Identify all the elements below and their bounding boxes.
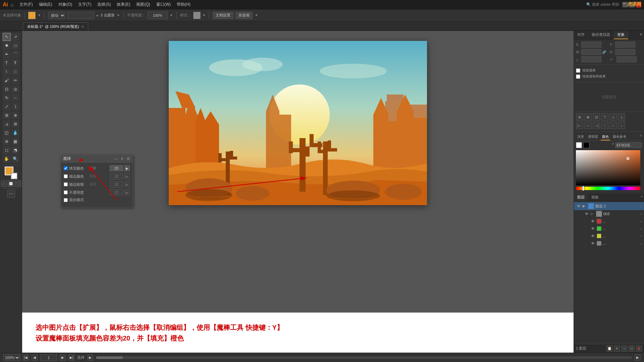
black-swatch[interactable] [583,142,589,148]
document-tab[interactable]: 未标题-1* @ 100% (RGB/预览) ✕ [23,22,88,31]
blend-tool[interactable]: ⊛ [3,137,11,145]
screen-mode-btn[interactable]: ⬜ [8,181,14,187]
x-input[interactable] [581,42,601,48]
rect-tool[interactable]: □ [11,68,19,76]
move-to-new-layer-btn[interactable]: → [621,346,627,352]
normal-mode-btn[interactable]: □ [1,181,7,187]
layer-lock-yellow[interactable]: ○ [640,234,642,238]
align-left-btn[interactable]: ⊟ [576,113,583,121]
page-input[interactable] [40,354,57,361]
scale-strokes-checkbox[interactable] [576,68,580,73]
play-btn[interactable]: ▶ [87,355,93,361]
layer-lock-003[interactable]: ○ [640,212,642,216]
shaper-tool[interactable]: ⊡ [3,85,11,93]
gradient-tool[interactable]: ◫ [3,129,11,137]
tab-artboards[interactable]: 画板 [588,193,602,201]
layer-vis-gray[interactable]: 👁 [590,241,595,246]
menu-view[interactable]: 视图(Q) [133,1,153,8]
curvature-tool[interactable]: ⌒ [11,50,19,58]
opacity-dropdown-arrow[interactable]: ▼ [170,13,173,17]
tolerance-input[interactable] [110,165,123,171]
direct-select-tool[interactable]: ↗ [11,33,19,41]
layer-item-yellow[interactable]: 👁 ... ○ [574,232,644,240]
panel-menu-btn[interactable]: ☰ [126,157,130,161]
tab-transform[interactable]: 变换 [614,31,628,39]
align-bottom-btn[interactable]: ⊥ [618,113,625,121]
align-center-v-btn[interactable]: ⊥ [609,113,617,121]
tab-layers[interactable]: 图层 [574,193,588,201]
stroke-color-checkbox[interactable] [64,174,68,178]
warp-tool[interactable]: ⤵ [11,103,19,111]
scroll-right-btn[interactable]: ▶ [635,355,641,361]
layer-item-003[interactable]: 👁 ▷ 003 ○ [574,210,644,218]
align-right-btn[interactable]: ⊡ [593,113,600,121]
tab-color-ref[interactable]: 颜色参考 [611,134,628,140]
layer-expand-003[interactable]: ▷ [591,212,595,216]
menu-type[interactable]: 文字(T) [75,1,94,8]
hand-tool[interactable]: ✋ [3,155,11,163]
stroke-control[interactable]: ▼ [38,13,41,17]
tab-close-btn[interactable]: ✕ [81,25,84,28]
menu-help[interactable]: 帮助(H) [174,1,193,8]
menu-edit[interactable]: 编辑(E) [36,1,55,8]
eyedropper-tool[interactable]: 💧 [11,129,19,137]
fill-color-checkbox[interactable] [64,166,68,170]
mesh-tool[interactable]: ⊞ [11,120,19,128]
angle-input[interactable] [581,56,601,62]
nav-next-btn[interactable]: ▶ [60,355,66,361]
opacity-checkbox[interactable] [64,190,68,194]
background-swatch[interactable] [11,173,17,179]
zoom-select[interactable]: 100% 50% 200% [3,354,20,361]
lock-aspect-icon[interactable]: 🔗 [602,50,606,54]
paintbrush-tool[interactable]: 🖌 [3,76,11,84]
layer-item-red[interactable]: 👁 ... ○ [574,218,644,225]
layer-expand-2[interactable]: ▶ [583,204,587,208]
dist-center-h-btn[interactable]: ↔ [584,122,592,129]
graph-tool[interactable]: ▦ [11,137,19,145]
reflect-tool[interactable]: ↔ [11,94,19,102]
menu-object[interactable]: 对象(O) [56,1,75,8]
menu-effect[interactable]: 效果(E) [114,1,133,8]
perspective-tool[interactable]: ⊿ [3,120,11,128]
color-gradient-box[interactable] [576,150,640,185]
line-tool[interactable]: \ [3,68,11,76]
dist-right-btn[interactable]: →| [593,122,600,129]
layer-vis-003[interactable]: 👁 [584,211,589,217]
home-icon[interactable]: ⌂ [11,2,13,7]
artboard[interactable] [169,41,427,205]
slice-tool[interactable]: ⬔ [11,146,19,154]
layer-lock-2[interactable]: ○ [640,204,642,208]
new-layer-btn[interactable]: □ [629,346,635,352]
hue-slider[interactable] [576,187,640,190]
touch-type-tool[interactable]: Ŧ [11,59,19,67]
brush-dropdown-arrow[interactable]: ▼ [117,13,120,17]
pencil-tool[interactable]: ✏ [11,76,19,84]
layer-item-2[interactable]: 👁 ▶ 图层 2 ○ [574,202,644,210]
layer-lock-red[interactable]: ○ [640,220,642,223]
menu-file[interactable]: 文件(F) [17,1,35,8]
magic-wand-title-bar[interactable]: 魔棒 — ✕ ☰ [61,155,132,163]
dist-bottom-btn[interactable]: ↓ [618,122,625,129]
layer-item-gray[interactable]: 👁 ... ○ [574,240,644,247]
zoom-tool[interactable]: 🔍 [11,155,19,163]
make-layer-comp-btn[interactable]: 📋 [606,346,612,352]
dist-top-btn[interactable]: ↑ [601,122,608,129]
layer-lock-green[interactable]: ○ [640,227,642,231]
color-panel-menu[interactable]: ≡ [640,134,642,140]
select-tool[interactable]: ↖ [3,33,11,41]
layer-vis-green[interactable]: 👁 [590,226,595,231]
align-center-h-btn[interactable]: ⊞ [584,113,592,121]
eraser-tool[interactable]: ◎ [11,85,19,93]
tab-transparency[interactable]: 透明度 [587,134,599,140]
menu-select[interactable]: 选择(S) [95,1,113,8]
white-swatch[interactable] [576,142,582,148]
layer-item-green[interactable]: 👁 ... ○ [574,225,644,232]
tab-align[interactable]: 对齐 [574,31,588,39]
rotate-tool[interactable]: ↻ [3,94,11,102]
dist-left-btn[interactable]: |← [576,122,583,129]
tolerance-increase-btn[interactable]: ▶ [124,165,130,171]
dist-center-v-btn[interactable]: ↕ [609,122,617,129]
layer-vis-yellow[interactable]: 👁 [590,233,595,239]
scale-effects-checkbox[interactable] [576,74,580,79]
edit-toolbar-btn[interactable]: ⋯ [7,190,15,198]
